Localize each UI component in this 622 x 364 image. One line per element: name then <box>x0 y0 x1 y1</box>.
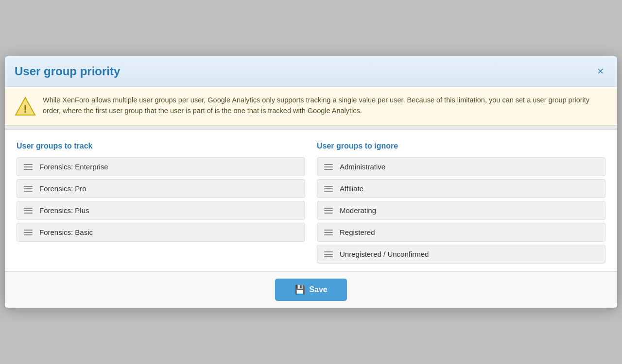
close-button[interactable]: × <box>593 64 607 79</box>
group-label: Administrative <box>340 163 385 171</box>
list-item[interactable]: Moderating <box>317 201 605 220</box>
drag-handle-icon <box>24 208 33 214</box>
group-label: Registered <box>340 228 375 236</box>
modal-footer: 💾 Save <box>5 271 617 308</box>
group-label: Forensics: Basic <box>39 228 93 236</box>
track-group-list: Forensics: Enterprise Forensics: Pro For… <box>17 157 305 242</box>
save-icon: 💾 <box>294 284 305 295</box>
svg-text:!: ! <box>23 103 27 115</box>
list-item[interactable]: Affiliate <box>317 179 605 198</box>
modal-header: User group priority × <box>5 56 617 87</box>
list-item[interactable]: Forensics: Pro <box>17 179 305 198</box>
warning-text: While XenForo allows multiple user group… <box>43 95 607 116</box>
ignore-column-title: User groups to ignore <box>317 142 605 150</box>
list-item[interactable]: Administrative <box>317 157 605 176</box>
modal-dialog: User group priority × ! While XenForo al… <box>5 56 617 308</box>
list-item[interactable]: Registered <box>317 223 605 242</box>
warning-banner: ! While XenForo allows multiple user gro… <box>5 87 617 125</box>
group-label: Moderating <box>340 206 376 215</box>
drag-handle-icon <box>324 208 333 214</box>
warning-icon: ! <box>15 96 36 117</box>
drag-handle-icon <box>24 186 33 192</box>
save-button[interactable]: 💾 Save <box>275 279 346 301</box>
section-divider <box>5 125 617 130</box>
track-column: User groups to track Forensics: Enterpri… <box>17 142 305 264</box>
group-label: Forensics: Plus <box>39 206 89 215</box>
drag-handle-icon <box>24 164 33 170</box>
list-item[interactable]: Forensics: Enterprise <box>17 157 305 176</box>
drag-handle-icon <box>324 230 333 235</box>
ignore-group-list: Administrative Affiliate Moderating <box>317 157 605 264</box>
drag-handle-icon <box>324 251 333 257</box>
modal-title: User group priority <box>15 65 120 78</box>
drag-handle-icon <box>24 230 33 235</box>
list-item[interactable]: Forensics: Basic <box>17 223 305 242</box>
ignore-column: User groups to ignore Administrative Aff… <box>317 142 605 264</box>
group-label: Forensics: Enterprise <box>39 163 108 171</box>
modal-body: User groups to track Forensics: Enterpri… <box>5 130 617 271</box>
list-item[interactable]: Unregistered / Unconfirmed <box>317 245 605 264</box>
group-label: Unregistered / Unconfirmed <box>340 250 429 258</box>
modal-overlay: User group priority × ! While XenForo al… <box>0 0 622 364</box>
drag-handle-icon <box>324 164 333 170</box>
group-label: Affiliate <box>340 184 363 193</box>
drag-handle-icon <box>324 186 333 192</box>
save-label: Save <box>309 285 327 294</box>
track-column-title: User groups to track <box>17 142 305 150</box>
group-label: Forensics: Pro <box>39 184 86 193</box>
list-item[interactable]: Forensics: Plus <box>17 201 305 220</box>
